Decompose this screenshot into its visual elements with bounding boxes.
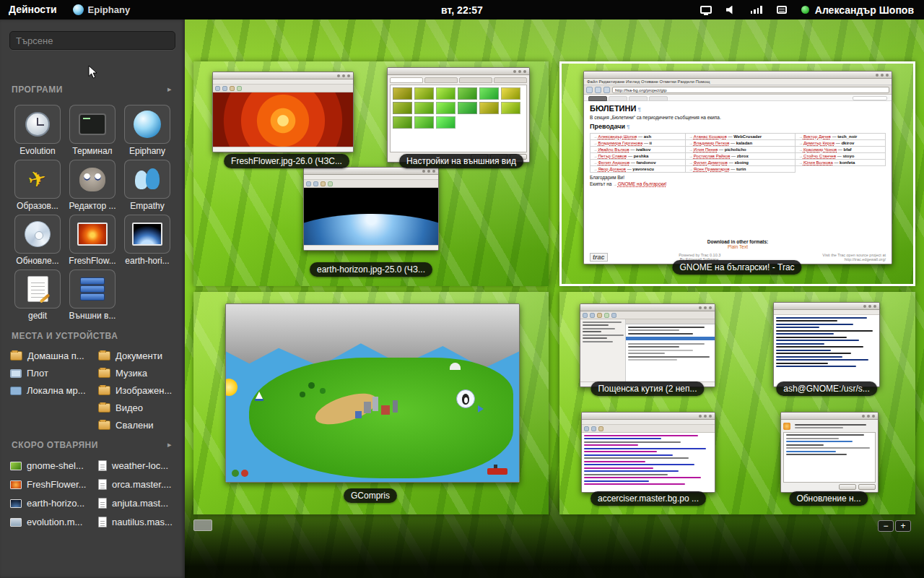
download-formats: Download in other formats: Plain Text — [590, 239, 886, 249]
window-caption: Пощенска кутия (2 неп... — [590, 381, 704, 396]
desktop-icon — [10, 369, 22, 378]
trac-tab-bar — [584, 95, 892, 101]
trac-wiki-page: БЮЛЕТИНИ¶ В секция „Бюлетини“ са периоди… — [584, 95, 892, 264]
app-updates[interactable]: Обновле... — [10, 215, 65, 266]
trac-tab[interactable] — [629, 96, 648, 101]
place-home[interactable]: Домашна п... — [10, 350, 97, 361]
app-label: Образов... — [10, 201, 65, 211]
window-appearance-settings[interactable] — [387, 67, 530, 163]
window-buttons-icon — [709, 306, 712, 309]
place-documents[interactable]: Документи — [98, 350, 185, 361]
window-caption: ash@GNOME:/usr/s... — [776, 381, 877, 396]
place-video[interactable]: Видео — [98, 402, 185, 413]
translators-table: →Александър Шопов — ash→Атанас Кошаров —… — [590, 133, 886, 173]
clock[interactable]: вт, 22:57 — [441, 4, 483, 16]
recent-item-freshflower[interactable]: FreshFlower... — [10, 479, 97, 490]
app-gedit[interactable]: gedit — [10, 269, 65, 321]
recent-item-gnome-shell[interactable]: gnome-shel... — [10, 460, 97, 471]
app-gimp[interactable]: Редактор ... — [65, 160, 120, 211]
recent-label: evolution.m... — [27, 517, 82, 527]
recent-item-nautilus[interactable]: nautilus.mas... — [98, 517, 185, 527]
volume-icon[interactable] — [726, 6, 736, 14]
workspace-4[interactable]: Пощенска кутия (2 неп... ash@GNOME:/usr/… — [559, 292, 915, 514]
window-update-manager[interactable] — [780, 412, 879, 493]
place-music[interactable]: Музика — [98, 368, 185, 379]
tree — [308, 382, 315, 389]
recent-expand-icon[interactable]: ▸ — [167, 440, 172, 449]
window-evolution-mail[interactable] — [580, 303, 715, 387]
app-label: gedit — [10, 311, 65, 321]
workspace-2-active[interactable]: Файл Редактиране Изглед Отиване Отметки … — [559, 61, 915, 286]
network-signal-icon[interactable] — [751, 6, 762, 14]
place-label: Видео — [116, 402, 143, 413]
image-icon — [10, 480, 22, 489]
trac-tab[interactable] — [649, 96, 668, 101]
top-bar: Дейности Epiphany вт, 22:57 Александър Ш… — [0, 0, 924, 20]
url-bar[interactable]: http://fsa-bg.org/project/gtp — [612, 87, 889, 93]
workspace-3[interactable]: GCompris — [193, 292, 549, 514]
recent-item-earth-horizon[interactable]: earth-horizo... — [10, 498, 97, 509]
app-epiphany[interactable]: Epiphany — [120, 105, 175, 156]
plain-text-link[interactable]: Plain Text — [728, 244, 748, 249]
documents-icon — [98, 351, 110, 361]
image-view — [304, 188, 438, 245]
trac-heading-bulletins: БЮЛЕТИНИ¶ — [590, 104, 886, 113]
search-input[interactable] — [9, 31, 175, 50]
trac-search-box[interactable] — [853, 96, 887, 100]
team-link[interactable]: GNOME на български! — [618, 181, 667, 186]
user-menu[interactable]: Александър Шопов — [801, 4, 914, 16]
place-desktop[interactable]: Плот — [10, 368, 97, 379]
place-local-network[interactable]: Локална мр... — [10, 385, 97, 396]
display-icon[interactable] — [700, 6, 712, 14]
reload-icon[interactable] — [603, 87, 610, 93]
window-po-editor[interactable] — [581, 412, 715, 493]
app-terminal[interactable]: Терминал — [65, 105, 120, 156]
workspace-switcher-stub[interactable] — [193, 519, 212, 531]
penguin-badge[interactable] — [456, 389, 475, 408]
text-file-icon — [98, 517, 107, 527]
back-icon[interactable] — [586, 87, 593, 93]
place-pictures[interactable]: Изображен... — [98, 385, 185, 396]
app-external-drives[interactable]: Външни в... — [65, 269, 120, 321]
recent-item-anjuta[interactable]: anjuta.mast... — [98, 498, 185, 509]
trac-tab[interactable] — [588, 96, 607, 101]
window-earth-viewer[interactable] — [303, 167, 439, 251]
activities-button[interactable]: Дейности — [0, 0, 66, 20]
programs-expand-icon[interactable]: ▸ — [167, 85, 172, 94]
titlebar — [304, 168, 438, 175]
keyboard-icon[interactable] — [777, 6, 787, 14]
add-workspace-button[interactable]: + — [895, 520, 911, 532]
tree — [320, 388, 326, 394]
workspace-1[interactable]: FreshFlower.jpg-26.0 (ЧЗС... Настройки н… — [193, 61, 549, 286]
app-evolution[interactable]: Evolution — [10, 105, 65, 156]
app-menu[interactable]: Epiphany — [73, 4, 131, 15]
app-freshflower[interactable]: FreshFlow... — [65, 215, 120, 266]
place-label: Локална мр... — [27, 385, 86, 396]
update-list — [783, 432, 876, 483]
recent-label: nautilus.mas... — [112, 517, 173, 527]
app-gcompris[interactable]: ✈ Образов... — [10, 160, 65, 211]
forward-icon[interactable] — [595, 87, 601, 93]
observatory — [450, 363, 461, 370]
app-empathy[interactable]: Empathy — [120, 160, 175, 211]
window-epiphany-trac[interactable]: Файл Редактиране Изглед Отиване Отметки … — [583, 71, 892, 264]
trac-tab[interactable] — [609, 96, 627, 101]
selected-message-row — [626, 337, 715, 340]
recent-item-orca[interactable]: orca.master.... — [98, 479, 185, 490]
earth-photo-icon — [132, 223, 162, 246]
window-gcompris[interactable] — [225, 303, 520, 483]
place-downloads[interactable]: Свалени — [98, 420, 185, 431]
trac-team-line: Екипът на →GNOME на български! — [590, 181, 886, 186]
app-label: earth-hori... — [120, 256, 175, 266]
window-caption: Обновление н... — [789, 491, 868, 506]
window-terminal[interactable] — [773, 302, 880, 387]
sun-icon — [225, 379, 237, 396]
app-earth-horizon[interactable]: earth-hori... — [120, 215, 175, 266]
statusbar — [213, 147, 353, 152]
window-freshflower-viewer[interactable] — [212, 72, 354, 152]
recent-item-evolution[interactable]: evolution.m... — [10, 517, 97, 527]
recent-item-weather-loc[interactable]: weather-loc... — [98, 460, 185, 471]
remove-workspace-button[interactable]: − — [878, 520, 894, 532]
arrow-icon — [478, 405, 484, 413]
window-caption: GNOME на български! - Trac — [672, 260, 801, 275]
